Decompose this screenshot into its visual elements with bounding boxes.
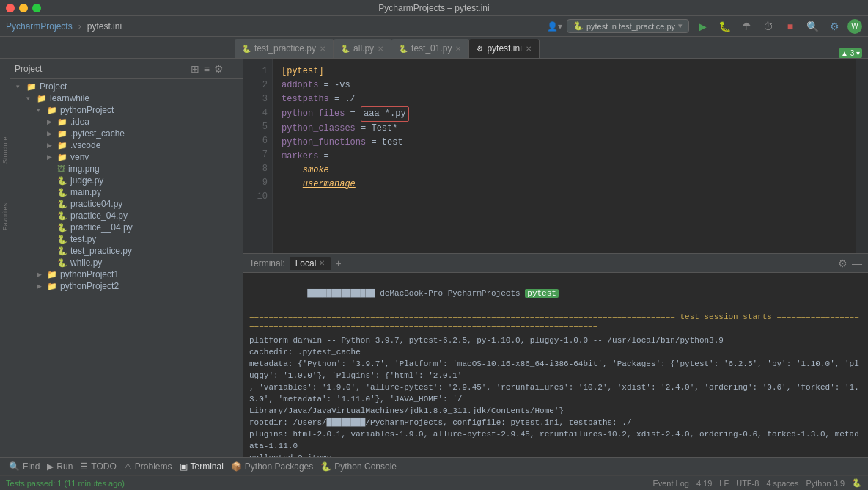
terminal-line-collected: collected 0 items xyxy=(249,452,862,457)
terminal-gear[interactable]: ⚙ xyxy=(838,257,847,269)
code-display[interactable]: [pytest] addopts = -vs testpaths = ./ py… xyxy=(273,59,856,253)
project-toolbar-scope[interactable]: ⊞ xyxy=(191,63,199,75)
tool-todo-label: TODO xyxy=(91,461,116,472)
stop-button[interactable]: ■ xyxy=(781,18,799,35)
code-line-5: python_classes = Test* xyxy=(282,122,847,136)
code-line-8: smoke xyxy=(282,164,847,178)
tool-run[interactable]: ▶ Run xyxy=(44,460,76,473)
tree-item-pythonProject1[interactable]: ▶ 📁 pythonProject1 xyxy=(10,268,243,280)
tool-problems-label: Problems xyxy=(135,461,172,472)
close-button[interactable] xyxy=(6,4,15,12)
tab-close-test01[interactable]: ✕ xyxy=(455,45,461,53)
account-icon[interactable]: 👤▾ xyxy=(547,21,562,32)
line-col[interactable]: 4:19 xyxy=(696,479,712,488)
tree-item-test-practice-py[interactable]: ▶ 🐍 test_practice.py xyxy=(10,245,243,257)
tool-problems[interactable]: ⚠ Problems xyxy=(121,460,175,473)
tab-label-test01: test_01.py xyxy=(411,43,452,54)
terminal-tab-local-close[interactable]: ✕ xyxy=(319,259,325,267)
tool-python-console[interactable]: 🐍 Python Console xyxy=(317,460,400,473)
terminal-output[interactable]: ██████████████ deMacBook-Pro PycharmProj… xyxy=(243,273,868,457)
project-toolbar-collapse[interactable]: — xyxy=(228,63,238,75)
profile-button[interactable]: ⏱ xyxy=(760,18,777,35)
breadcrumb-root[interactable]: PycharmProjects xyxy=(6,21,73,32)
tree-item-practice--04-py[interactable]: ▶ 🐍 practice__04.py xyxy=(10,222,243,233)
tree-item-pythonProject2[interactable]: ▶ 📁 pythonProject2 xyxy=(10,280,243,292)
event-log[interactable]: Event Log xyxy=(652,479,689,488)
tree-item-img-png[interactable]: ▶ 🖼 img.png xyxy=(10,163,243,175)
run-button[interactable]: ▶ xyxy=(694,18,711,35)
tool-todo[interactable]: ☰ TODO xyxy=(77,460,119,473)
tab-label-pytest-ini: pytest.ini xyxy=(487,43,521,54)
gutter-badge: ▲ 3 ▾ xyxy=(839,48,862,58)
tree-item-main-py[interactable]: ▶ 🐍 main.py xyxy=(10,186,243,198)
tab-pytest-ini[interactable]: ⚙ pytest.ini ✕ xyxy=(469,39,539,58)
indent-status[interactable]: 4 spaces xyxy=(766,479,798,488)
tool-python-packages[interactable]: 📦 Python Packages xyxy=(228,460,316,473)
tab-icon-all: 🐍 xyxy=(341,45,350,53)
tree-item-learnwhile[interactable]: ▾ 📁 learnwhile xyxy=(10,92,243,104)
tab-close-all[interactable]: ✕ xyxy=(378,45,383,53)
search-button[interactable]: 🔍 xyxy=(803,18,821,35)
tool-find[interactable]: 🔍 Find xyxy=(6,460,43,473)
tool-run-label: Run xyxy=(56,461,73,472)
terminal-prompt-line: ██████████████ deMacBook-Pro PycharmProj… xyxy=(249,276,862,311)
tree-item-pytest-cache[interactable]: ▶ 📁 .pytest_cache xyxy=(10,128,243,139)
tool-terminal[interactable]: ▣ Terminal xyxy=(177,460,227,473)
tab-close-test-practice[interactable]: ✕ xyxy=(320,45,326,53)
terminal-line-platform: platform darwin -- Python 3.9.7, pytest-… xyxy=(249,334,862,346)
project-toolbar-sort[interactable]: ≡ xyxy=(204,63,210,75)
code-line-7: markers = xyxy=(282,150,847,164)
project-toolbar-settings[interactable]: ⚙ xyxy=(214,63,224,75)
structure-panel-icon[interactable]: Structure xyxy=(0,132,10,169)
tree-item-pythonProject[interactable]: ▾ 📁 pythonProject xyxy=(10,104,243,116)
terminal-label: Terminal: xyxy=(249,258,285,268)
titlebar: PycharmProjects – pytest.ini xyxy=(0,0,868,16)
tab-close-pytest-ini[interactable]: ✕ xyxy=(526,45,532,53)
code-line-6: python_functions = test xyxy=(282,136,847,150)
terminal-line-metadata2: , 'variables': '1.9.0', 'allure-pytest':… xyxy=(249,381,862,405)
tab-test-practice[interactable]: 🐍 test_practice.py ✕ xyxy=(235,39,334,58)
bottombar: 🔍 Find ▶ Run ☰ TODO ⚠ Problems ▣ Termina… xyxy=(0,457,868,475)
main-area: 1 2 3 4 5 6 7 8 9 10 [pytest] addopts = … xyxy=(243,59,868,457)
tree-item-venv[interactable]: ▶ 📁 venv xyxy=(10,151,243,163)
run-icon: ▶ xyxy=(47,461,54,472)
tree-item-test-py[interactable]: ▶ 🐍 test.py xyxy=(10,233,243,245)
left-strip: Structure Favorites xyxy=(0,59,10,457)
tool-python-packages-label: Python Packages xyxy=(245,461,313,472)
tree-item-practice04-py[interactable]: ▶ 🐍 practice04.py xyxy=(10,198,243,210)
terminal-tab-local[interactable]: Local ✕ xyxy=(290,257,331,270)
tool-find-label: Find xyxy=(23,461,40,472)
coverage-button[interactable]: ☂ xyxy=(738,18,755,35)
avatar-button[interactable]: W xyxy=(847,19,862,34)
tests-passed-status[interactable]: Tests passed: 1 (11 minutes ago) xyxy=(6,479,125,488)
tree-item-practice-04-py[interactable]: ▶ 🐍 practice_04.py xyxy=(10,210,243,222)
tree-item-vscode[interactable]: ▶ 📁 .vscode xyxy=(10,139,243,151)
find-icon: 🔍 xyxy=(9,461,20,472)
terminal-command: pytest xyxy=(525,289,559,298)
terminal-minimize[interactable]: — xyxy=(852,257,862,269)
project-panel-title: Project xyxy=(15,64,186,74)
python-version-status[interactable]: Python 3.9 xyxy=(806,479,845,488)
maximize-button[interactable] xyxy=(32,4,41,12)
encoding-status[interactable]: UTF-8 xyxy=(736,479,759,488)
tree-item-project[interactable]: ▾ 📁 Project xyxy=(10,81,243,92)
favorites-panel-icon[interactable]: Favorites xyxy=(0,198,10,235)
tree-item-judge-py[interactable]: ▶ 🐍 judge.py xyxy=(10,175,243,186)
debug-button[interactable]: 🐛 xyxy=(716,18,733,35)
navbar: PycharmProjects › pytest.ini 👤▾ 🐍 pytest… xyxy=(0,16,868,37)
python-console-icon: 🐍 xyxy=(320,461,331,472)
tab-test01[interactable]: 🐍 test_01.py ✕ xyxy=(391,39,469,58)
settings-button[interactable]: ⚙ xyxy=(825,18,843,35)
lf-status[interactable]: LF xyxy=(719,479,729,488)
run-config-icon: 🐍 xyxy=(573,21,584,31)
right-gutter xyxy=(856,59,868,253)
run-config[interactable]: 🐍 pytest in test_practice.py ▾ xyxy=(567,19,689,33)
terminal-add-tab[interactable]: + xyxy=(335,257,341,269)
minimize-button[interactable] xyxy=(19,4,28,12)
project-tree: ▾ 📁 Project ▾ 📁 learnwhile ▾ 📁 pythonPro… xyxy=(10,79,243,457)
tree-item-while-py[interactable]: ▶ 🐍 while.py xyxy=(10,257,243,268)
tab-icon-pytest-ini: ⚙ xyxy=(477,45,483,53)
tab-all[interactable]: 🐍 all.py ✕ xyxy=(334,39,391,58)
tree-item-idea[interactable]: ▶ 📁 .idea xyxy=(10,116,243,128)
editor-tabs: 🐍 test_practice.py ✕ 🐍 all.py ✕ 🐍 test_0… xyxy=(0,37,868,59)
